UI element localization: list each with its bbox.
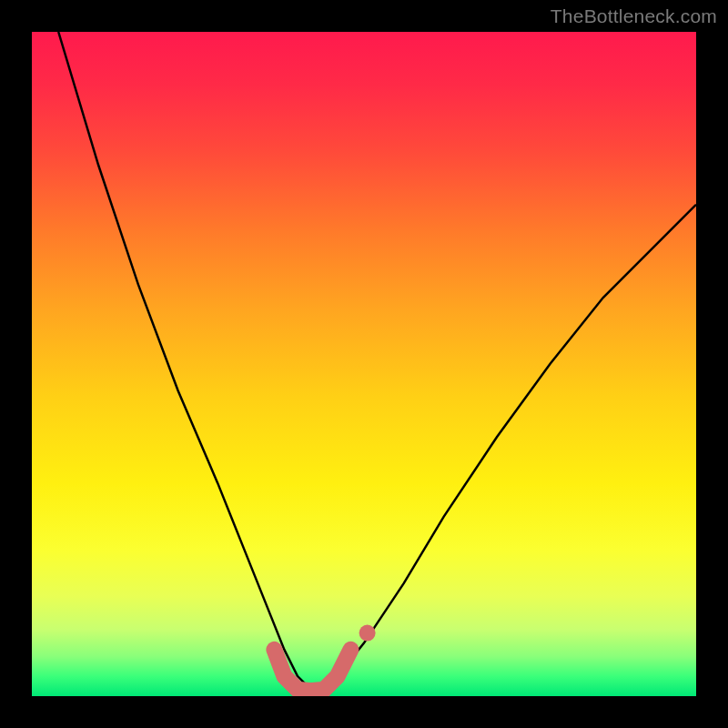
plot-area bbox=[32, 32, 696, 696]
watermark-text: TheBottleneck.com bbox=[551, 5, 717, 27]
bottleneck-curve bbox=[58, 32, 696, 690]
curve-svg bbox=[32, 32, 696, 696]
highlight-segment bbox=[274, 650, 350, 691]
chart-frame: TheBottleneck.com bbox=[0, 0, 728, 728]
highlight-dot bbox=[359, 625, 376, 642]
